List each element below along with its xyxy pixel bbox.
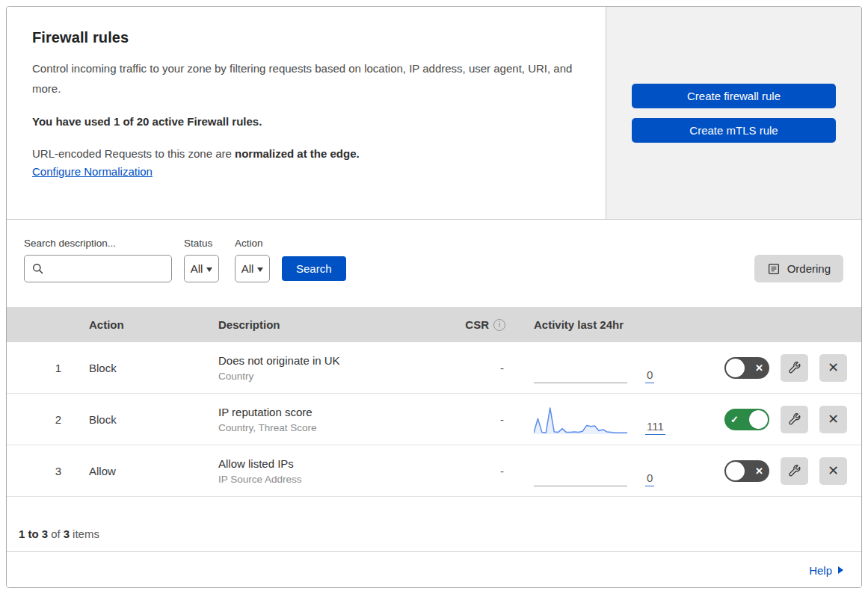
rule-action: Allow bbox=[73, 465, 201, 477]
normalization-text: URL-encoded Requests to this zone are no… bbox=[32, 147, 576, 160]
rule-controls: ✕ ✕ bbox=[702, 457, 861, 485]
status-dropdown-value: All bbox=[191, 262, 203, 275]
rule-description: IP reputation score Country, Threat Scor… bbox=[201, 406, 448, 433]
help-link-label: Help bbox=[809, 564, 832, 577]
column-header-activity: Activity last 24hr bbox=[517, 318, 702, 331]
filter-bar: Search description... Status All Action … bbox=[7, 220, 861, 307]
status-dropdown[interactable]: All bbox=[184, 255, 219, 282]
usage-summary: You have used 1 of 20 active Firewall ru… bbox=[32, 115, 576, 128]
rule-fields: Country, Threat Score bbox=[201, 422, 448, 433]
rule-action: Block bbox=[73, 413, 201, 426]
help-link[interactable]: Help bbox=[809, 564, 843, 577]
create-firewall-rule-button[interactable]: Create firewall rule bbox=[632, 84, 836, 108]
toggle-off-x-icon: ✕ bbox=[755, 363, 763, 373]
rule-csr-value: - bbox=[448, 362, 517, 374]
wrench-icon bbox=[787, 361, 801, 375]
toggle-knob bbox=[726, 359, 745, 377]
table-header: Action Description CSR i Activity last 2… bbox=[7, 307, 861, 342]
delete-rule-button[interactable]: ✕ bbox=[819, 354, 847, 382]
rule-description: Allow listed IPs IP Source Address bbox=[201, 457, 448, 485]
help-strip: Help bbox=[7, 552, 861, 588]
search-group: Search description... bbox=[24, 238, 172, 282]
rule-activity: 111 bbox=[517, 394, 702, 445]
rule-title: Allow listed IPs bbox=[201, 457, 448, 470]
rule-number: 1 bbox=[7, 362, 73, 374]
rule-fields: IP Source Address bbox=[201, 474, 448, 485]
close-icon: ✕ bbox=[828, 361, 839, 374]
chevron-down-icon bbox=[206, 267, 212, 272]
pagination-range: 1 to 3 bbox=[19, 527, 48, 540]
action-label: Action bbox=[235, 238, 270, 249]
status-filter-group: Status All bbox=[184, 238, 219, 282]
action-dropdown[interactable]: All bbox=[235, 255, 270, 282]
rule-number: 2 bbox=[7, 413, 73, 426]
header-text-block: Firewall rules Control incoming traffic … bbox=[7, 7, 606, 219]
wrench-icon bbox=[787, 412, 801, 427]
search-box bbox=[24, 255, 172, 282]
activity-count-link[interactable]: 0 bbox=[645, 472, 654, 486]
pagination-total: 3 bbox=[64, 527, 70, 540]
table-row: 3 Allow Allow listed IPs IP Source Addre… bbox=[7, 445, 861, 497]
toggle-off-x-icon: ✕ bbox=[755, 466, 763, 476]
rule-action: Block bbox=[73, 362, 201, 374]
chevron-down-icon bbox=[257, 267, 263, 272]
csr-header-label: CSR bbox=[465, 318, 489, 331]
actions-panel: Create firewall rule Create mTLS rule bbox=[606, 7, 861, 219]
edit-rule-button[interactable] bbox=[781, 354, 808, 382]
rule-csr-value: - bbox=[448, 413, 517, 426]
info-icon[interactable]: i bbox=[493, 319, 505, 331]
pagination-items: items bbox=[73, 527, 99, 540]
wrench-icon bbox=[787, 464, 801, 478]
activity-sparkline-flat bbox=[534, 361, 627, 383]
pagination-of: of bbox=[51, 527, 61, 540]
rule-title: Does not originate in UK bbox=[201, 354, 448, 367]
status-label: Status bbox=[184, 238, 219, 249]
toggle-knob bbox=[726, 462, 745, 480]
page-title: Firewall rules bbox=[32, 29, 576, 46]
search-label: Search description... bbox=[24, 238, 172, 249]
ordering-list-icon bbox=[767, 262, 781, 276]
rule-enabled-toggle[interactable]: ✓ bbox=[724, 409, 769, 430]
search-icon bbox=[32, 263, 44, 275]
rule-fields: Country bbox=[201, 371, 448, 382]
activity-count-link[interactable]: 0 bbox=[645, 369, 654, 383]
activity-count-link[interactable]: 111 bbox=[645, 421, 665, 435]
normalization-prefix: URL-encoded Requests to this zone are bbox=[32, 147, 235, 160]
rule-enabled-toggle[interactable]: ✕ bbox=[724, 460, 769, 482]
normalization-bold: normalized at the edge. bbox=[235, 147, 360, 160]
rule-activity: 0 bbox=[517, 445, 702, 496]
ordering-button-label: Ordering bbox=[787, 262, 831, 275]
rule-controls: ✕ ✕ bbox=[702, 354, 861, 382]
rule-description: Does not originate in UK Country bbox=[201, 354, 448, 382]
search-input[interactable] bbox=[50, 263, 164, 275]
rule-controls: ✓ ✕ bbox=[702, 406, 861, 433]
toggle-on-check-icon: ✓ bbox=[730, 415, 739, 424]
close-icon: ✕ bbox=[828, 464, 839, 477]
action-dropdown-value: All bbox=[241, 262, 254, 275]
column-header-csr: CSR i bbox=[448, 318, 517, 331]
ordering-button[interactable]: Ordering bbox=[754, 255, 843, 282]
pagination: 1 to 3 of 3 items bbox=[7, 497, 861, 552]
edit-rule-button[interactable] bbox=[781, 457, 808, 485]
toggle-knob bbox=[749, 410, 768, 429]
configure-normalization-link[interactable]: Configure Normalization bbox=[32, 165, 153, 178]
create-mtls-rule-button[interactable]: Create mTLS rule bbox=[632, 118, 836, 143]
rule-csr-value: - bbox=[448, 465, 517, 477]
header-section: Firewall rules Control incoming traffic … bbox=[7, 7, 861, 220]
edit-rule-button[interactable] bbox=[781, 406, 808, 433]
search-button[interactable]: Search bbox=[282, 256, 346, 281]
activity-sparkline bbox=[534, 403, 627, 435]
column-header-action: Action bbox=[73, 318, 201, 331]
action-filter-group: Action All bbox=[235, 238, 270, 282]
usage-summary-text: You have used 1 of 20 active Firewall ru… bbox=[32, 115, 262, 128]
rule-enabled-toggle[interactable]: ✕ bbox=[724, 357, 769, 379]
close-icon: ✕ bbox=[828, 412, 839, 426]
delete-rule-button[interactable]: ✕ bbox=[819, 406, 847, 433]
table-row: 1 Block Does not originate in UK Country… bbox=[7, 342, 861, 394]
rule-activity: 0 bbox=[517, 342, 702, 393]
rule-title: IP reputation score bbox=[201, 406, 448, 418]
delete-rule-button[interactable]: ✕ bbox=[819, 457, 847, 485]
firewall-rules-card: Firewall rules Control incoming traffic … bbox=[6, 6, 862, 588]
help-arrow-icon bbox=[838, 566, 843, 574]
activity-sparkline-flat bbox=[534, 464, 627, 486]
